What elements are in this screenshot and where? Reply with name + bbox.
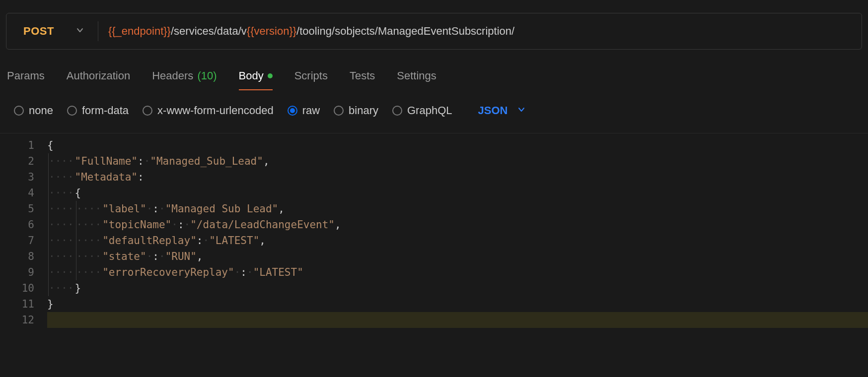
radio-label: raw (302, 104, 320, 117)
line-number: 10 (0, 280, 34, 296)
radio-label: form-data (82, 104, 129, 117)
radio-icon (334, 106, 344, 116)
line-number: 2 (0, 153, 34, 169)
radio-icon (143, 106, 152, 116)
method-label: POST (23, 25, 54, 38)
tab-settings[interactable]: Settings (397, 64, 436, 90)
line-number: 8 (0, 249, 34, 264)
tab-label: Body (239, 69, 264, 82)
code-area[interactable]: {····"FullName":·"Managed_Sub_Lead",····… (47, 133, 868, 328)
body-editor[interactable]: 123456789101112 {····"FullName":·"Manage… (0, 133, 868, 328)
radio-urlencoded[interactable]: x-www-form-urlencoded (143, 104, 274, 117)
code-line[interactable]: ········"state"·:·"RUN", (47, 249, 868, 264)
line-number: 1 (0, 137, 34, 153)
tab-scripts[interactable]: Scripts (294, 64, 328, 90)
radio-label: none (29, 104, 53, 117)
radio-graphql[interactable]: GraphQL (392, 104, 452, 117)
code-line[interactable]: ········"defaultReplay":·"LATEST", (47, 233, 868, 249)
tab-label: Headers (152, 69, 193, 82)
tab-body[interactable]: Body (239, 64, 273, 90)
radio-label: binary (349, 104, 378, 117)
request-tabs: Params Authorization Headers (10) Body S… (0, 64, 868, 90)
code-line[interactable]: } (47, 296, 868, 312)
chevron-down-icon (76, 26, 84, 36)
url-input[interactable]: {{_endpoint}}/services/data/v{{version}}… (98, 13, 862, 49)
tab-label: Tests (350, 69, 375, 82)
code-line[interactable]: ········"topicName"·:·"/data/LeadChangeE… (47, 217, 868, 233)
radio-raw[interactable]: raw (288, 104, 320, 117)
body-type-row: none form-data x-www-form-urlencoded raw… (0, 90, 868, 127)
code-line[interactable] (47, 312, 868, 328)
line-number: 3 (0, 169, 34, 185)
radio-none[interactable]: none (14, 104, 53, 117)
tab-params[interactable]: Params (7, 64, 45, 90)
headers-count: (10) (197, 69, 217, 82)
radio-form-data[interactable]: form-data (67, 104, 129, 117)
line-number: 5 (0, 201, 34, 217)
tab-label: Authorization (67, 69, 130, 82)
line-number: 9 (0, 264, 34, 280)
line-number: 11 (0, 296, 34, 312)
code-line[interactable]: ····"Metadata": (47, 169, 868, 185)
line-number: 12 (0, 312, 34, 328)
radio-binary[interactable]: binary (334, 104, 378, 117)
tab-label: Settings (397, 69, 436, 82)
line-gutter: 123456789101112 (0, 133, 47, 328)
line-number: 4 (0, 185, 34, 201)
code-line[interactable]: ····"FullName":·"Managed_Sub_Lead", (47, 153, 868, 169)
tab-label: Params (7, 69, 45, 82)
code-line[interactable]: ····} (47, 280, 868, 296)
code-line[interactable]: { (47, 137, 868, 153)
tab-headers[interactable]: Headers (10) (152, 64, 217, 90)
radio-icon (14, 106, 24, 116)
tab-authorization[interactable]: Authorization (67, 64, 130, 90)
line-number: 6 (0, 217, 34, 233)
radio-label: x-www-form-urlencoded (157, 104, 274, 117)
code-line[interactable]: ········"errorRecoveryReplay"·:·"LATEST" (47, 264, 868, 280)
method-selector[interactable]: POST (6, 13, 98, 49)
code-line[interactable]: ····{ (47, 185, 868, 201)
tab-label: Scripts (294, 69, 328, 82)
format-label: JSON (478, 104, 508, 117)
request-url-bar: POST {{_endpoint}}/services/data/v{{vers… (6, 13, 862, 50)
radio-label: GraphQL (407, 104, 452, 117)
line-number: 7 (0, 233, 34, 249)
radio-icon (288, 106, 297, 116)
code-line[interactable]: ········"label"·:·"Managed Sub Lead", (47, 201, 868, 217)
radio-icon (392, 106, 402, 116)
tab-tests[interactable]: Tests (350, 64, 375, 90)
radio-icon (67, 106, 77, 116)
chevron-down-icon (517, 106, 525, 116)
body-format-selector[interactable]: JSON (478, 104, 526, 117)
modified-dot-icon (268, 73, 273, 78)
